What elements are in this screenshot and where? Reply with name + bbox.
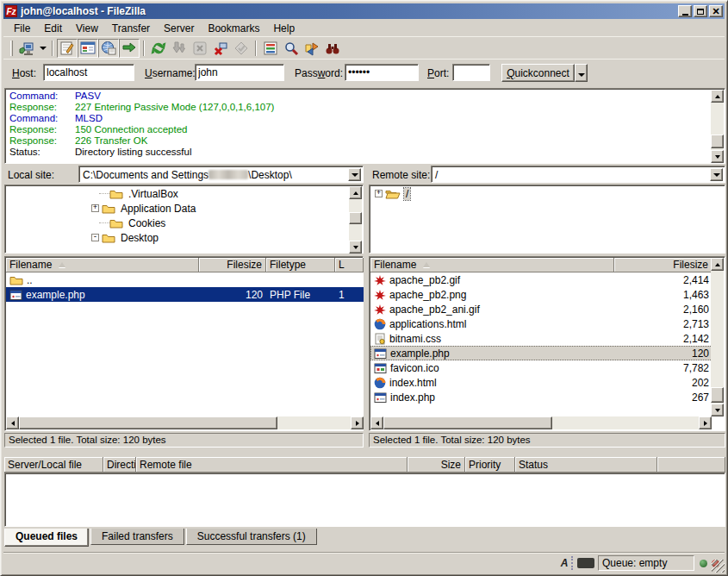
file-row[interactable]: bitnami.css 2,142 — [370, 331, 712, 346]
scroll-right-button[interactable] — [351, 416, 364, 429]
column-header-remote-file[interactable]: Remote file — [136, 457, 408, 473]
scrollbar-thumb[interactable] — [19, 416, 277, 429]
log-scrollbar[interactable] — [711, 90, 724, 163]
scrollbar-thumb[interactable] — [711, 135, 724, 148]
menu-server[interactable]: Server — [157, 21, 201, 36]
remote-list-hscrollbar[interactable] — [370, 416, 712, 429]
toolbar — [3, 36, 725, 59]
column-header-size[interactable]: Size — [408, 457, 465, 473]
column-header-priority[interactable]: Priority — [465, 457, 515, 473]
local-tree-panel: .VirtualBox + Application Data Cookies -… — [4, 185, 364, 254]
scroll-left-button[interactable] — [6, 416, 19, 429]
column-header-server-local-file[interactable]: Server/Local file — [4, 457, 103, 473]
transfer-type-indicator-icon: A — [559, 556, 573, 570]
disconnect-icon — [213, 41, 228, 56]
password-input[interactable] — [345, 64, 419, 81]
menu-transfer[interactable]: Transfer — [105, 21, 157, 36]
site-manager-button[interactable] — [16, 39, 37, 58]
reconnect-button[interactable] — [231, 39, 252, 58]
remote-site-combobox[interactable]: / — [431, 166, 725, 183]
tree-item-cookies[interactable]: Cookies — [6, 216, 362, 230]
collapse-icon[interactable]: - — [91, 234, 99, 241]
column-header-filesize[interactable]: Filesize — [614, 258, 712, 272]
column-header-filesize[interactable]: Filesize — [199, 258, 266, 272]
file-row-selected[interactable]: example.php 120 — [370, 346, 712, 360]
scroll-up-button[interactable] — [349, 186, 362, 199]
file-row[interactable]: applications.html 2,713 — [370, 316, 712, 331]
disconnect-button[interactable] — [210, 39, 231, 58]
toggle-message-log-button[interactable] — [57, 39, 78, 58]
resize-grip[interactable] — [712, 560, 725, 573]
tab-successful-transfers[interactable]: Successful transfers (1) — [186, 529, 317, 545]
menu-help[interactable]: Help — [266, 21, 302, 36]
find-files-button[interactable] — [322, 39, 343, 58]
expand-icon[interactable]: + — [91, 204, 99, 212]
column-header-lastmodified[interactable]: L — [335, 258, 364, 272]
file-search-button[interactable] — [281, 39, 302, 58]
combo-dropdown-button[interactable] — [710, 168, 723, 181]
local-list-hscrollbar[interactable] — [6, 416, 364, 429]
cancel-operation-button[interactable] — [190, 39, 210, 58]
apache-feather-icon — [374, 304, 386, 316]
sort-ascending-icon — [423, 262, 430, 267]
file-row[interactable]: apache_pb2.gif 2,414 — [370, 272, 712, 287]
tree-item-application-data[interactable]: + Application Data — [6, 201, 362, 216]
scroll-down-button[interactable] — [349, 241, 362, 254]
tab-queued-files[interactable]: Queued files — [4, 529, 89, 547]
scrollbar-thumb[interactable] — [711, 387, 724, 403]
quickconnect-button[interactable]: Quickconnect — [501, 64, 575, 82]
toggle-remote-tree-button[interactable] — [98, 39, 119, 58]
close-button[interactable]: ✕ — [709, 5, 723, 17]
directory-comparison-button[interactable] — [302, 39, 322, 58]
maximize-button[interactable] — [694, 5, 707, 17]
host-input[interactable] — [43, 64, 134, 81]
tab-failed-transfers[interactable]: Failed transfers — [90, 529, 184, 545]
menu-bookmarks[interactable]: Bookmarks — [201, 21, 266, 36]
menu-file[interactable]: File — [7, 21, 37, 36]
file-row[interactable]: index.php 267 — [370, 390, 712, 404]
remote-list-vscrollbar[interactable] — [711, 258, 724, 416]
expand-icon[interactable]: + — [375, 190, 383, 197]
quickconnect-bar: Host: Username: Password: Port: Quickcon… — [3, 59, 725, 85]
file-row-example-php[interactable]: example.php 120 PHP File 1 — [6, 287, 364, 302]
site-manager-icon — [19, 41, 34, 56]
combo-dropdown-button[interactable] — [348, 168, 361, 181]
toggle-local-tree-button[interactable] — [78, 39, 98, 58]
menu-view[interactable]: View — [69, 21, 105, 36]
scroll-down-button[interactable] — [711, 404, 724, 416]
scroll-up-button[interactable] — [711, 90, 724, 103]
tree-item-root[interactable]: + / — [370, 186, 724, 201]
quickconnect-dropdown-button[interactable] — [575, 64, 588, 82]
scrollbar-thumb[interactable] — [383, 416, 552, 429]
file-row[interactable]: apache_pb2_ani.gif 2,160 — [370, 302, 712, 316]
refresh-button[interactable] — [148, 39, 169, 58]
filelist-filter-button[interactable] — [260, 39, 281, 58]
scroll-right-button[interactable] — [699, 416, 712, 429]
username-input[interactable] — [195, 64, 284, 81]
process-queue-button[interactable] — [169, 39, 190, 58]
toggle-transfer-queue-button[interactable] — [119, 39, 140, 58]
scroll-up-button[interactable] — [711, 258, 724, 271]
menu-edit[interactable]: Edit — [37, 21, 69, 36]
file-row[interactable]: apache_pb2.png 1,463 — [370, 287, 712, 302]
scrollbar-thumb[interactable] — [349, 212, 362, 224]
column-header-filename[interactable]: Filename — [6, 258, 199, 272]
site-manager-dropdown-button[interactable] — [37, 39, 48, 58]
column-header-filename[interactable]: Filename — [370, 258, 614, 272]
column-header-filetype[interactable]: Filetype — [266, 258, 335, 272]
speed-limit-indicator-icon — [577, 558, 594, 568]
php-file-icon — [9, 289, 22, 301]
column-header-direction[interactable]: Directi... — [103, 457, 136, 473]
tree-item-virtualbox[interactable]: .VirtualBox — [6, 186, 362, 201]
local-tree-scrollbar[interactable] — [349, 186, 362, 254]
tree-item-desktop[interactable]: - Desktop — [6, 230, 362, 245]
file-row[interactable]: favicon.ico 7,782 — [370, 360, 712, 375]
local-site-combobox[interactable]: C:\Documents and Settings\Desktop\ — [78, 166, 364, 183]
scroll-left-button[interactable] — [370, 416, 383, 429]
port-input[interactable] — [452, 64, 490, 81]
file-row[interactable]: index.html 202 — [370, 375, 712, 390]
file-row-parent-dir[interactable]: .. — [6, 272, 364, 287]
column-header-status[interactable]: Status — [515, 457, 657, 473]
scroll-down-button[interactable] — [711, 150, 724, 163]
minimize-button[interactable] — [678, 5, 692, 17]
